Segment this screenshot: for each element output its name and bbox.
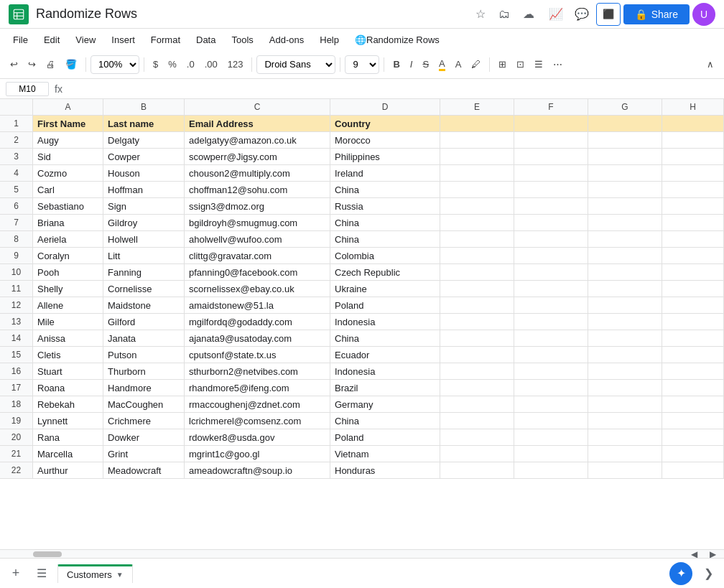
cell-g-8[interactable] xyxy=(588,231,662,247)
strikethrough-button[interactable]: S xyxy=(418,56,433,73)
cell-e-19[interactable] xyxy=(440,413,514,429)
sheet-tab-customers[interactable]: Customers ▼ xyxy=(57,564,133,583)
header-h[interactable] xyxy=(662,116,724,131)
row-num-19[interactable]: 19 xyxy=(0,413,33,429)
cell-country-22[interactable]: Honduras xyxy=(330,462,440,478)
cell-last-2[interactable]: Delgaty xyxy=(103,132,185,148)
cell-email-6[interactable]: ssign3@dmoz.org xyxy=(185,198,330,214)
cell-email-18[interactable]: rmaccoughenj@zdnet.com xyxy=(185,396,330,412)
fontsize-select[interactable]: 91012 xyxy=(345,55,379,74)
row-num-10[interactable]: 10 xyxy=(0,264,33,280)
cell-email-19[interactable]: lcrichmerel@comsenz.com xyxy=(185,413,330,429)
cell-first-18[interactable]: Rebekah xyxy=(33,396,103,412)
cell-first-20[interactable]: Rana xyxy=(33,429,103,445)
cell-h-11[interactable] xyxy=(662,281,724,297)
cell-reference[interactable]: M10 xyxy=(6,82,49,96)
cell-g-5[interactable] xyxy=(588,182,662,197)
cell-email-14[interactable]: ajanata9@usatoday.com xyxy=(185,330,330,346)
row-num-4[interactable]: 4 xyxy=(0,165,33,181)
col-header-c[interactable]: C xyxy=(185,99,330,115)
header-e[interactable] xyxy=(440,116,514,131)
cell-first-17[interactable]: Roana xyxy=(33,380,103,396)
cell-country-5[interactable]: China xyxy=(330,182,440,197)
cell-g-12[interactable] xyxy=(588,297,662,313)
cell-last-7[interactable]: Gildroy xyxy=(103,215,185,230)
cell-last-20[interactable]: Dowker xyxy=(103,429,185,445)
cell-country-9[interactable]: Colombia xyxy=(330,248,440,263)
cell-email-8[interactable]: aholwellv@wufoo.com xyxy=(185,231,330,247)
header-email[interactable]: Email Address xyxy=(185,116,330,131)
cell-f-9[interactable] xyxy=(514,248,588,263)
bold-button[interactable]: B xyxy=(389,56,404,73)
cell-e-3[interactable] xyxy=(440,149,514,164)
cell-h-12[interactable] xyxy=(662,297,724,313)
cell-f-15[interactable] xyxy=(514,347,588,363)
cell-f-2[interactable] xyxy=(514,132,588,148)
cell-first-4[interactable]: Cozmo xyxy=(33,165,103,181)
formula-input[interactable] xyxy=(68,83,718,94)
col-header-f[interactable]: F xyxy=(514,99,588,115)
dec-right-button[interactable]: .00 xyxy=(200,56,222,73)
cell-e-13[interactable] xyxy=(440,314,514,330)
cell-country-13[interactable]: Indonesia xyxy=(330,314,440,330)
header-first-name[interactable]: First Name xyxy=(33,116,103,131)
cell-country-6[interactable]: Russia xyxy=(330,198,440,214)
cell-h-20[interactable] xyxy=(662,429,724,445)
menu-edit[interactable]: Edit xyxy=(37,32,67,48)
cell-g-13[interactable] xyxy=(588,314,662,330)
present-btn[interactable]: ⬛ xyxy=(596,3,621,26)
cell-f-17[interactable] xyxy=(514,380,588,396)
cell-country-17[interactable]: Brazil xyxy=(330,380,440,396)
cell-country-20[interactable]: Poland xyxy=(330,429,440,445)
cell-h-14[interactable] xyxy=(662,330,724,346)
cell-e-15[interactable] xyxy=(440,347,514,363)
cell-f-21[interactable] xyxy=(514,446,588,462)
cell-h-2[interactable] xyxy=(662,132,724,148)
cell-first-2[interactable]: Augy xyxy=(33,132,103,148)
cell-email-9[interactable]: clittg@gravatar.com xyxy=(185,248,330,263)
row-num-5[interactable]: 5 xyxy=(0,182,33,197)
cell-e-12[interactable] xyxy=(440,297,514,313)
menu-insert[interactable]: Insert xyxy=(104,32,142,48)
cell-h-10[interactable] xyxy=(662,264,724,280)
print-button[interactable]: 🖨 xyxy=(42,56,60,73)
cell-h-3[interactable] xyxy=(662,149,724,164)
cell-f-13[interactable] xyxy=(514,314,588,330)
cell-e-20[interactable] xyxy=(440,429,514,445)
text-color-button[interactable]: A xyxy=(451,56,466,73)
cell-h-5[interactable] xyxy=(662,182,724,197)
paint-format-button[interactable]: 🪣 xyxy=(61,56,81,73)
cell-g-7[interactable] xyxy=(588,215,662,230)
cell-f-7[interactable] xyxy=(514,215,588,230)
format123-button[interactable]: 123 xyxy=(223,56,248,73)
row-num-16[interactable]: 16 xyxy=(0,363,33,379)
cell-first-15[interactable]: Cletis xyxy=(33,347,103,363)
currency-button[interactable]: $ xyxy=(149,56,162,73)
cell-e-18[interactable] xyxy=(440,396,514,412)
cell-g-20[interactable] xyxy=(588,429,662,445)
cell-first-16[interactable]: Stuart xyxy=(33,363,103,379)
menu-file[interactable]: File xyxy=(6,32,35,48)
scroll-left-btn[interactable]: ◀ xyxy=(685,546,702,559)
cell-h-17[interactable] xyxy=(662,380,724,396)
row-num-3[interactable]: 3 xyxy=(0,149,33,164)
row-num-21[interactable]: 21 xyxy=(0,446,33,462)
cell-last-17[interactable]: Handmore xyxy=(103,380,185,396)
cell-h-21[interactable] xyxy=(662,446,724,462)
menu-data[interactable]: Data xyxy=(189,32,223,48)
border-button[interactable]: ⊞ xyxy=(494,56,511,73)
merge-button[interactable]: ⊡ xyxy=(512,56,529,73)
cell-h-16[interactable] xyxy=(662,363,724,379)
cell-h-9[interactable] xyxy=(662,248,724,263)
cell-h-22[interactable] xyxy=(662,462,724,478)
cell-g-14[interactable] xyxy=(588,330,662,346)
row-num-15[interactable]: 15 xyxy=(0,347,33,363)
cell-e-9[interactable] xyxy=(440,248,514,263)
cell-first-14[interactable]: Anissa xyxy=(33,330,103,346)
cell-first-6[interactable]: Sebastiano xyxy=(33,198,103,214)
cell-g-11[interactable] xyxy=(588,281,662,297)
cell-country-19[interactable]: China xyxy=(330,413,440,429)
cell-h-6[interactable] xyxy=(662,198,724,214)
cell-last-11[interactable]: Cornelisse xyxy=(103,281,185,297)
cell-email-17[interactable]: rhandmore5@ifeng.com xyxy=(185,380,330,396)
